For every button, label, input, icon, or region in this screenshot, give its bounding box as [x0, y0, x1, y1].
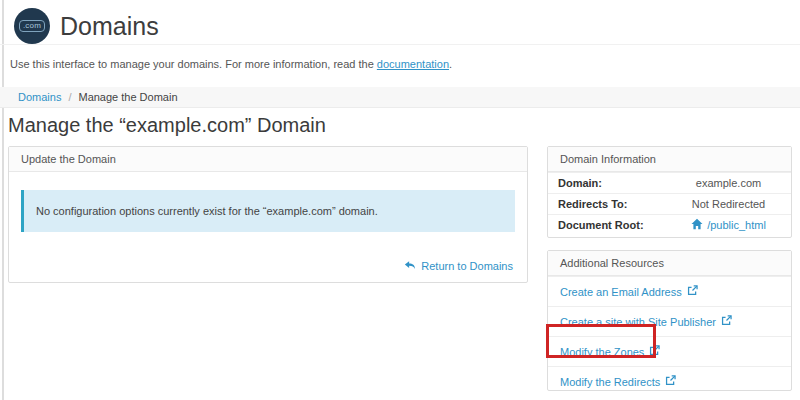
modify-redirects-link[interactable]: Modify the Redirects: [560, 375, 676, 388]
create-email-address-label: Create an Email Address: [560, 286, 682, 298]
return-to-domains-link[interactable]: Return to Domains: [421, 260, 513, 272]
intro-text: Use this interface to manage your domain…: [10, 58, 452, 70]
header-divider: [0, 44, 800, 45]
app-header: .com Domains: [14, 8, 159, 44]
return-arrow-icon: [404, 259, 416, 273]
document-root-label: Document Root:: [548, 219, 666, 231]
document-root-path: /public_html: [707, 219, 766, 231]
external-link-icon: [665, 375, 676, 388]
list-item: Modify the Zones: [548, 336, 791, 366]
document-root-link[interactable]: /public_html: [691, 218, 766, 232]
intro-text-before: Use this interface to manage your domain…: [10, 58, 377, 70]
no-config-notice: No configuration options currently exist…: [21, 190, 515, 232]
domain-label: Domain:: [548, 177, 666, 189]
dotcom-icon: .com: [14, 8, 50, 44]
domain-value: example.com: [666, 177, 791, 189]
list-item: Modify the Redirects: [548, 366, 791, 396]
table-row: Domain: example.com: [548, 172, 791, 193]
modify-zones-link[interactable]: Modify the Zones: [560, 345, 660, 358]
external-link-icon: [687, 285, 698, 298]
table-row: Redirects To: Not Redirected: [548, 193, 791, 214]
create-site-publisher-link[interactable]: Create a site with Site Publisher: [560, 315, 732, 328]
modify-redirects-label: Modify the Redirects: [560, 376, 660, 388]
modify-zones-label: Modify the Zones: [560, 346, 644, 358]
breadcrumb: Domains / Manage the Domain: [0, 87, 800, 108]
additional-resources-title: Additional Resources: [548, 251, 791, 276]
page-title: Manage the “example.com” Domain: [8, 114, 326, 137]
external-link-icon: [649, 345, 660, 358]
domain-information-panel: Domain Information Domain: example.com R…: [547, 146, 792, 238]
return-to-domains-row: Return to Domains: [404, 259, 513, 273]
breadcrumb-separator: /: [68, 91, 71, 103]
intro-text-after: .: [449, 58, 452, 70]
breadcrumb-current: Manage the Domain: [78, 91, 177, 103]
table-row: Document Root: /public_html: [548, 214, 791, 235]
create-site-publisher-label: Create a site with Site Publisher: [560, 316, 716, 328]
sidebar-edge-divider: [2, 0, 4, 400]
domains-page: .com Domains Use this interface to manag…: [0, 0, 800, 400]
list-item: Create a site with Site Publisher: [548, 306, 791, 336]
documentation-link[interactable]: documentation: [377, 58, 449, 70]
home-icon: [691, 218, 703, 232]
additional-resources-panel: Additional Resources Create an Email Add…: [547, 250, 792, 391]
external-link-icon: [721, 315, 732, 328]
breadcrumb-domains-link[interactable]: Domains: [18, 91, 61, 103]
list-item: Create an Email Address: [548, 276, 791, 306]
redirects-to-label: Redirects To:: [548, 198, 666, 210]
dotcom-icon-label: .com: [19, 20, 45, 32]
domain-information-title: Domain Information: [548, 147, 791, 172]
page-header-title: Domains: [60, 12, 159, 41]
redirects-to-value: Not Redirected: [666, 198, 791, 210]
update-panel-title: Update the Domain: [9, 147, 527, 172]
update-domain-panel: Update the Domain No configuration optio…: [8, 146, 528, 283]
create-email-address-link[interactable]: Create an Email Address: [560, 285, 698, 298]
